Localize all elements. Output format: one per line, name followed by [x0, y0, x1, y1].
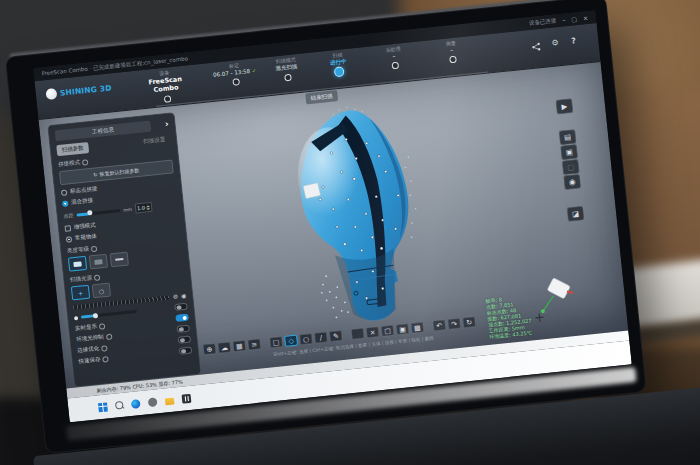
close-icon[interactable]: ×: [583, 14, 589, 20]
scanner-app-icon[interactable]: [181, 393, 191, 403]
reset-label: 恢复默认扫描参数: [99, 167, 139, 177]
toolbar-divider: [263, 343, 268, 344]
light-section-label: 扫描光源: [70, 274, 93, 283]
brightness-section-label: 亮度等级: [67, 245, 90, 254]
windows-logo-icon[interactable]: [98, 402, 108, 412]
info-icon[interactable]: [101, 345, 108, 352]
texture-view-button[interactable]: ◪: [566, 205, 584, 222]
device-status: 设备已连接: [529, 17, 557, 27]
slider-toggle[interactable]: [174, 303, 188, 311]
step-node-icon: [284, 74, 292, 82]
auto-target-icon[interactable]: ◉: [181, 293, 187, 300]
tab-scan-options[interactable]: 扫描设置: [138, 134, 171, 148]
select-rect-button[interactable]: □: [269, 336, 283, 348]
undo-button[interactable]: ↶: [432, 319, 446, 331]
radio-hybrid-label: 混合拼接: [71, 197, 94, 206]
align-section-label: 拼接模式: [58, 159, 81, 168]
info-icon[interactable]: [99, 323, 106, 330]
radio-hybrid-align[interactable]: [62, 200, 69, 207]
single-laser-button[interactable]: ○: [92, 283, 111, 299]
spacing-value-input[interactable]: 1.0: [134, 202, 152, 214]
radio-marker-align[interactable]: [61, 189, 68, 196]
brightness-knob-icon: [74, 315, 78, 319]
step-device[interactable]: 设备 FreeScan Combo: [134, 67, 197, 106]
brand-logo: SHINING 3D: [45, 82, 112, 100]
quick-save-toggle[interactable]: [179, 346, 193, 354]
spacing-label: 点距: [63, 212, 74, 219]
toggle-label: 快速保存: [78, 356, 101, 365]
minimize-icon[interactable]: –: [562, 17, 566, 23]
mesh-view-button[interactable]: ▦: [232, 340, 246, 352]
collapse-chevron-icon[interactable]: ›: [164, 120, 169, 129]
redo-button[interactable]: ↷: [447, 318, 461, 330]
invert-select-button[interactable]: ▢: [381, 325, 395, 337]
select-lasso-button[interactable]: ○: [299, 333, 313, 345]
realtime-display-toggle[interactable]: [175, 314, 189, 322]
step-node-icon: [334, 66, 345, 77]
brightness-high-button[interactable]: [68, 256, 87, 272]
brightness-low-button[interactable]: [110, 252, 129, 268]
toolbar-divider: [344, 335, 349, 336]
settings-gear-icon[interactable]: ⚙: [551, 39, 559, 48]
search-icon[interactable]: [115, 401, 124, 410]
toolbar-divider: [426, 326, 431, 327]
cross-laser-button[interactable]: +: [71, 285, 90, 301]
shining3d-logo-icon: [45, 88, 57, 100]
brightness-slider[interactable]: [81, 310, 137, 319]
mid-icon: [94, 259, 102, 265]
spinner-arrows-icon[interactable]: [146, 205, 150, 210]
regular-object-label: 常规物体: [75, 233, 98, 242]
step-node-icon: [391, 62, 399, 70]
scan-control-button[interactable]: ▶: [555, 98, 573, 115]
system-app-icon[interactable]: [148, 397, 158, 407]
screenshot-button[interactable]: ◉: [563, 174, 581, 191]
file-explorer-icon[interactable]: [165, 397, 175, 405]
info-icon[interactable]: [91, 245, 98, 252]
step-node-icon: [449, 56, 457, 64]
delete-selected-button[interactable]: ▣: [395, 323, 409, 335]
step-measure[interactable]: 测量 –: [421, 37, 483, 66]
scanned-object-3d[interactable]: [267, 95, 450, 346]
copy-button[interactable]: ▩: [410, 322, 424, 334]
select-polygon-button[interactable]: ◇: [284, 335, 298, 347]
spacing-slider[interactable]: [76, 209, 120, 217]
select-all-button[interactable]: [351, 328, 365, 340]
brightness-mid-button[interactable]: [89, 254, 108, 270]
help-icon[interactable]: ?: [571, 37, 576, 45]
share-icon[interactable]: [531, 42, 541, 52]
step-node-icon: [232, 78, 240, 86]
step-postprocess[interactable]: 后处理 –: [363, 43, 425, 72]
laptop: 结束扫描 ▶ ▤ ▣ ▢ ◉ ◪ 帧率: 8 点数: 7,851 标志点数: 4…: [6, 0, 700, 465]
info-icon[interactable]: [94, 274, 101, 281]
info-icon[interactable]: [82, 159, 89, 166]
ambient-suppress-toggle[interactable]: [176, 325, 190, 333]
orientation-gizmo[interactable]: [528, 276, 579, 330]
edge-browser-icon[interactable]: [131, 399, 141, 409]
select-brush-button[interactable]: ✎: [329, 330, 343, 342]
maximize-icon[interactable]: ▢: [571, 16, 577, 23]
toggle-label: 环境光抑制: [76, 333, 104, 343]
generate-pointcloud-button[interactable]: ⊕: [202, 343, 216, 355]
optimize-button[interactable]: ≡: [247, 338, 261, 350]
bright-icon: [73, 261, 81, 267]
gear-icon[interactable]: ⚙: [173, 294, 179, 301]
toggle-label: 边缘优化: [77, 345, 100, 354]
info-icon[interactable]: [105, 333, 112, 340]
enhance-label: 增强模式: [73, 222, 96, 231]
photo-scene: 结束扫描 ▶ ▤ ▣ ▢ ◉ ◪ 帧率: 8 点数: 7,851 标志点数: 4…: [0, 0, 700, 465]
pointcloud-view-button[interactable]: ☁: [217, 341, 231, 353]
edge-optimize-toggle[interactable]: [178, 336, 192, 344]
enhance-checkbox[interactable]: [65, 225, 72, 232]
spacing-unit: mm: [123, 206, 132, 212]
step-scan[interactable]: 扫描 进行中: [307, 49, 369, 80]
brand-name: SHINING 3D: [59, 83, 112, 97]
regular-object-radio[interactable]: [66, 236, 73, 243]
laptop-screen: 结束扫描 ▶ ▤ ▣ ▢ ◉ ◪ 帧率: 8 点数: 7,851 标志点数: 4…: [33, 10, 632, 422]
toggle-label: 实时显示: [75, 323, 98, 332]
reset-view-button[interactable]: ↻: [462, 316, 476, 328]
info-icon[interactable]: [102, 356, 109, 363]
select-line-button[interactable]: ∕: [314, 331, 328, 343]
deselect-button[interactable]: ×: [366, 326, 380, 338]
tab-scan-params[interactable]: 扫描参数: [56, 142, 89, 156]
dash-icon: [115, 258, 123, 260]
